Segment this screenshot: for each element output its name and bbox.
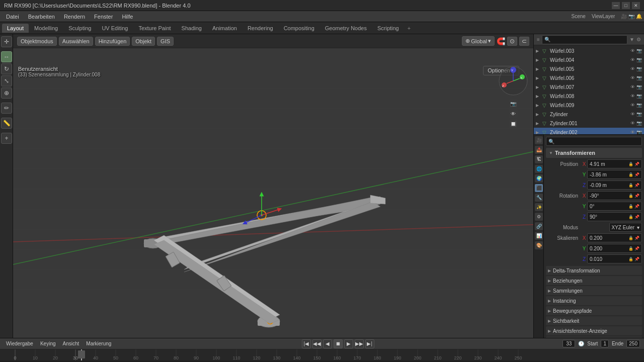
proportional-btn[interactable]: ⊂ xyxy=(519,37,529,46)
view-menu[interactable]: Auswählen xyxy=(59,37,93,46)
tab-animation[interactable]: Animation xyxy=(207,24,242,33)
item-camera-icon[interactable]: 📷 xyxy=(636,121,642,126)
outliner-item-wuerfel005[interactable]: ▶ ▽ Würfel.005 👁 📷 xyxy=(534,64,644,73)
item-camera-icon[interactable]: 📷 xyxy=(636,57,642,62)
prev-keyframe-button[interactable]: ◀◀ xyxy=(312,339,321,348)
navigation-gizmo[interactable]: Y X Z 📷 👁 🔲 xyxy=(498,66,528,96)
jump-end-button[interactable]: ▶| xyxy=(365,339,374,348)
play-reverse-button[interactable]: ◀ xyxy=(323,339,332,348)
position-z-input[interactable]: -0.09 m 🔒📌 xyxy=(587,180,642,190)
add-tab-button[interactable]: + xyxy=(405,24,414,32)
tab-shading[interactable]: Shading xyxy=(177,24,207,33)
item-camera-icon[interactable]: 📷 xyxy=(636,94,642,99)
marking-menu[interactable]: Markierung xyxy=(84,340,113,347)
maximize-button[interactable]: □ xyxy=(622,2,630,9)
item-vis-icon[interactable]: 👁 xyxy=(630,121,635,126)
jump-start-button[interactable]: |◀ xyxy=(302,339,311,348)
item-camera-icon[interactable]: 📷 xyxy=(636,48,642,53)
prop-tab-object[interactable]: ⬛ xyxy=(535,184,543,192)
item-camera-icon[interactable]: 📷 xyxy=(636,75,642,80)
outliner-settings[interactable]: ⚙ xyxy=(636,37,641,42)
view-menu[interactable]: Ansicht xyxy=(61,340,82,347)
item-vis-icon[interactable]: 👁 xyxy=(630,94,635,99)
outliner-item-zylinder002[interactable]: ▶ ▽ Zylinder.002 👁 📷 xyxy=(534,128,644,134)
item-vis-icon[interactable]: 👁 xyxy=(630,84,635,89)
rotation-x-input[interactable]: -90° 🔒📌 xyxy=(587,191,642,200)
end-frame-input[interactable]: 250 xyxy=(626,340,640,347)
timeline-scrubber[interactable]: 0 10 20 30 40 50 60 70 80 90 1 xyxy=(0,349,644,361)
menu-hilfe[interactable]: Hilfe xyxy=(118,13,137,21)
stop-button[interactable]: ⏹ xyxy=(334,339,343,348)
menu-fenster[interactable]: Fenster xyxy=(90,13,117,21)
outliner-item-wuerfel006[interactable]: ▶ ▽ Würfel.006 👁 📷 xyxy=(534,73,644,82)
scale-z-input[interactable]: 0.010 🔒📌 xyxy=(587,254,642,263)
toolbar-annotate-tool[interactable]: ✏ xyxy=(1,103,12,114)
outliner-item-wuerfel003[interactable]: ▶ ▽ Würfel.003 👁 📷 xyxy=(534,46,644,55)
tab-geometry-nodes[interactable]: Geometry Nodes xyxy=(320,24,372,33)
outliner-search[interactable] xyxy=(542,35,627,44)
tab-compositing[interactable]: Compositing xyxy=(279,24,319,33)
tab-texture-paint[interactable]: Texture Paint xyxy=(133,24,176,33)
scale-y-input[interactable]: 0.200 🔒📌 xyxy=(587,244,642,253)
tab-modelling[interactable]: Modelling xyxy=(29,24,63,33)
rotation-mode-select[interactable]: XYZ Euler ▾ xyxy=(609,223,642,232)
item-vis-icon[interactable]: 👁 xyxy=(630,75,635,80)
outliner-filter[interactable]: ▼ xyxy=(629,37,634,42)
item-camera-icon[interactable]: 📷 xyxy=(636,84,642,89)
prop-search-input[interactable] xyxy=(546,137,642,146)
item-vis-icon[interactable]: 👁 xyxy=(630,48,635,53)
position-x-input[interactable]: 4.91 m 🔒📌 xyxy=(587,159,642,168)
item-vis-icon[interactable]: 👁 xyxy=(630,57,635,62)
prop-tab-modifier[interactable]: 🔧 xyxy=(535,194,543,202)
object-menu[interactable]: Objekt xyxy=(132,37,155,46)
scale-x-input[interactable]: 0.200 🔒📌 xyxy=(587,233,642,242)
prop-tab-view[interactable]: 🏗 xyxy=(535,155,543,163)
playback-menu[interactable]: Wiedergabe xyxy=(4,340,35,347)
mode-dropdown[interactable]: Objektmodus xyxy=(17,37,57,46)
prop-tab-render[interactable]: 🎥 xyxy=(535,136,543,144)
transform-space[interactable]: ⊕ Global ▾ xyxy=(462,36,495,46)
position-y-input[interactable]: -3.86 m 🔒📌 xyxy=(587,170,642,179)
prop-tab-scene[interactable]: 🌐 xyxy=(535,165,543,173)
tab-layout[interactable]: Layout xyxy=(2,24,29,33)
outliner-item-wuerfel009[interactable]: ▶ ▽ Würfel.009 👁 📷 xyxy=(534,101,644,110)
item-vis-icon[interactable]: 👁 xyxy=(630,66,635,71)
item-camera-icon[interactable]: 📷 xyxy=(636,66,642,71)
tab-rendering[interactable]: Rendering xyxy=(243,24,278,33)
item-vis-icon[interactable]: 👁 xyxy=(630,112,635,117)
current-frame-display[interactable]: 33 xyxy=(562,340,575,347)
outliner-item-wuerfel008[interactable]: ▶ ▽ Würfel.008 👁 📷 xyxy=(534,92,644,101)
item-camera-icon[interactable]: 📷 xyxy=(636,112,642,117)
prop-tab-particles[interactable]: ✨ xyxy=(535,203,543,211)
menu-rendern[interactable]: Rendern xyxy=(60,13,89,21)
gis-menu[interactable]: GIS xyxy=(157,37,174,46)
transform-section-header[interactable]: ▼ Transformieren xyxy=(546,148,642,158)
toolbar-measure-tool[interactable]: 📏 xyxy=(1,118,12,129)
prop-tab-material[interactable]: 🎨 xyxy=(535,241,543,249)
toolbar-cursor-tool[interactable]: ✛ xyxy=(1,36,12,47)
viewlayer-label[interactable]: ViewLayer xyxy=(589,13,618,20)
outliner-item-zylinder[interactable]: ▶ ▽ Zylinder 👁 📷 xyxy=(534,110,644,119)
rotation-y-input[interactable]: 0° 🔒📌 xyxy=(587,202,642,211)
toolbar-rotate-tool[interactable]: ↻ xyxy=(1,63,12,74)
collections-section[interactable]: ▶ Sammlungen xyxy=(546,286,642,295)
next-keyframe-button[interactable]: ▶▶ xyxy=(355,339,364,348)
start-frame-input[interactable]: 1 xyxy=(601,340,609,347)
prop-tab-physics[interactable]: ⚙ xyxy=(535,213,543,221)
delta-transform-section[interactable]: ▶ Delta-Transformation xyxy=(546,266,642,275)
minimize-button[interactable]: — xyxy=(612,2,620,9)
tab-uv-editing[interactable]: UV Editing xyxy=(97,24,133,33)
close-button[interactable]: ✕ xyxy=(632,2,640,9)
prop-tab-constraints[interactable]: 🔗 xyxy=(535,222,543,230)
snap-icon[interactable]: 🧲 xyxy=(497,37,505,45)
toolbar-scale-tool[interactable]: ⤡ xyxy=(1,75,12,86)
menu-bearbeiten[interactable]: Bearbeiten xyxy=(24,13,59,21)
toolbar-transform-tool[interactable]: ⊕ xyxy=(1,87,12,99)
rotation-z-input[interactable]: 90° 🔒📌 xyxy=(587,212,642,221)
toolbar-add-tool[interactable]: + xyxy=(1,133,12,144)
viewport-lock-btn[interactable]: 🔲 xyxy=(509,119,518,128)
viewport-display-section[interactable]: ▶ Ansichtsfenster-Anzeige xyxy=(546,326,642,335)
item-vis-icon[interactable]: 👁 xyxy=(630,103,635,108)
instancing-section[interactable]: ▶ Instancing xyxy=(546,296,642,305)
viewport-view-btn[interactable]: 👁 xyxy=(509,109,518,118)
